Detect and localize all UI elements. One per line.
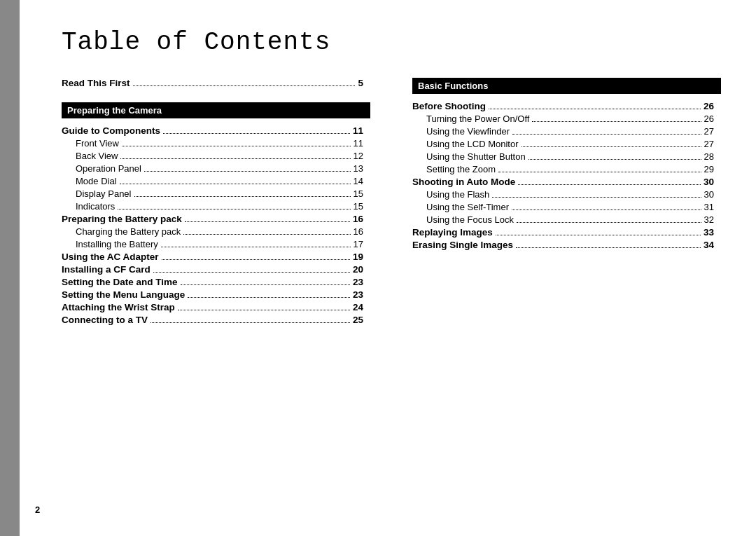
toc-page-num: 24 xyxy=(353,302,363,312)
toc-entry-label: Front View xyxy=(76,138,119,149)
toc-page-num: 11 xyxy=(354,138,363,149)
toc-page-num: 23 xyxy=(353,277,363,287)
toc-dots xyxy=(181,284,350,285)
toc-dots xyxy=(532,121,701,122)
toc-dots xyxy=(183,234,350,235)
toc-entry-label: Setting the Menu Language xyxy=(62,289,185,300)
toc-page-num: 11 xyxy=(353,125,363,136)
toc-page-num: 26 xyxy=(704,114,714,124)
toc-page-num: 23 xyxy=(353,289,363,300)
toc-page-num: 32 xyxy=(704,214,714,225)
toc-entry-label: Preparing the Battery pack xyxy=(62,214,182,224)
toc-entry-label: Using the Shutter Button xyxy=(426,151,526,162)
toc-page-num: 30 xyxy=(704,177,714,187)
toc-entry-label: Charging the Battery pack xyxy=(76,226,181,237)
toc-entry: Setting the Date and Time23 xyxy=(62,277,370,287)
toc-page-num: 12 xyxy=(354,151,363,161)
dots xyxy=(133,85,356,86)
toc-page-num: 16 xyxy=(354,226,363,237)
toc-page-num: 20 xyxy=(353,264,363,275)
toc-entry: Charging the Battery pack16 xyxy=(62,226,370,237)
toc-entry: Shooting in Auto Mode30 xyxy=(412,177,721,187)
toc-page-num: 29 xyxy=(704,164,714,174)
read-this-first-label: Read This First xyxy=(62,78,130,88)
toc-entry: Setting the Zoom29 xyxy=(412,164,721,174)
toc-entry-label: Setting the Zoom xyxy=(426,164,496,174)
toc-dots xyxy=(178,310,350,310)
toc-page-num: 27 xyxy=(704,126,714,137)
toc-entry-label: Back View xyxy=(76,151,118,161)
page-title: Table of Contents xyxy=(62,28,721,57)
toc-entry: Connecting to a TV25 xyxy=(62,315,370,325)
toc-entry-label: Using the Focus Lock xyxy=(426,214,514,225)
toc-page-num: 31 xyxy=(704,202,714,212)
two-column-layout: Read This First 5 Preparing the Camera G… xyxy=(62,78,721,508)
toc-entry: Using the Self-Timer31 xyxy=(412,202,721,212)
toc-page-num: 15 xyxy=(354,188,363,199)
toc-entry-label: Installing the Battery xyxy=(76,239,158,249)
toc-entry: Mode Dial14 xyxy=(62,176,370,186)
toc-dots xyxy=(512,209,701,210)
toc-page-num: 27 xyxy=(704,139,714,149)
toc-page-num: 13 xyxy=(354,163,363,174)
toc-entry-label: Using the Viewfinder xyxy=(426,126,510,137)
toc-entry-label: Shooting in Auto Mode xyxy=(412,177,515,187)
toc-dots xyxy=(492,197,701,198)
toc-entry: Back View12 xyxy=(62,151,370,161)
toc-entry-label: Guide to Components xyxy=(62,125,160,136)
toc-dots xyxy=(188,297,350,298)
toc-entry-label: Before Shooting xyxy=(412,101,486,111)
toc-entry-label: Using the LCD Monitor xyxy=(426,139,519,149)
toc-dots xyxy=(517,222,701,223)
toc-entry: Using the Focus Lock32 xyxy=(412,214,721,225)
toc-entry: Operation Panel13 xyxy=(62,163,370,174)
toc-page-num: 26 xyxy=(704,101,714,111)
toc-entry: Front View11 xyxy=(62,138,370,149)
toc-entry: Setting the Menu Language23 xyxy=(62,289,370,300)
toc-entry: Guide to Components11 xyxy=(62,125,370,136)
toc-page-num: 34 xyxy=(704,240,714,250)
toc-dots xyxy=(144,171,351,172)
toc-entry: Attaching the Wrist Strap24 xyxy=(62,302,370,312)
toc-entry: Erasing Single Images34 xyxy=(412,240,721,250)
toc-entry: Turning the Power On/Off26 xyxy=(412,114,721,124)
toc-dots xyxy=(518,184,701,185)
toc-dots xyxy=(185,221,350,222)
toc-entry-label: Operation Panel xyxy=(76,163,141,174)
toc-page-num: 15 xyxy=(354,201,363,212)
toc-entry-label: Mode Dial xyxy=(76,176,117,186)
main-content: Table of Contents Read This First 5 Prep… xyxy=(20,0,756,536)
toc-dots xyxy=(489,109,701,109)
toc-dots xyxy=(163,133,350,134)
toc-entry-label: Using the Flash xyxy=(426,189,489,200)
toc-entry-label: Using the Self-Timer xyxy=(426,202,509,212)
toc-dots xyxy=(120,184,351,184)
toc-entry-label: Connecting to a TV xyxy=(62,315,148,325)
toc-dots xyxy=(161,247,351,247)
toc-entry-label: Replaying Images xyxy=(412,227,493,238)
toc-page-num: 33 xyxy=(704,227,714,238)
toc-entry-label: Erasing Single Images xyxy=(412,240,513,250)
toc-entry: Using the AC Adapter19 xyxy=(62,252,370,262)
toc-entry: Using the Shutter Button28 xyxy=(412,151,721,162)
toc-dots xyxy=(528,159,701,160)
right-entries-list: Before Shooting26Turning the Power On/Of… xyxy=(412,101,721,250)
toc-dots xyxy=(134,196,351,197)
toc-page-num: 14 xyxy=(354,176,363,186)
toc-dots xyxy=(498,172,701,172)
toc-entry: Using the Viewfinder27 xyxy=(412,126,721,137)
toc-entry: Replaying Images33 xyxy=(412,227,721,238)
preparing-camera-section: Preparing the Camera Guide to Components… xyxy=(62,102,370,325)
toc-entry-label: Setting the Date and Time xyxy=(62,277,178,287)
toc-entry-label: Installing a CF Card xyxy=(62,264,150,275)
toc-page-num: 17 xyxy=(354,239,363,249)
toc-entry: Using the Flash30 xyxy=(412,189,721,200)
toc-page-num: 30 xyxy=(704,189,714,200)
toc-entry: Preparing the Battery pack16 xyxy=(62,214,370,224)
toc-page-num: 19 xyxy=(353,252,363,262)
left-entries-list: Guide to Components11Front View11Back Vi… xyxy=(62,125,370,325)
toc-entry: Indicators15 xyxy=(62,201,370,212)
toc-page-num: 16 xyxy=(353,214,363,224)
section-header-preparing: Preparing the Camera xyxy=(62,102,370,118)
toc-page-num: 28 xyxy=(704,151,714,162)
